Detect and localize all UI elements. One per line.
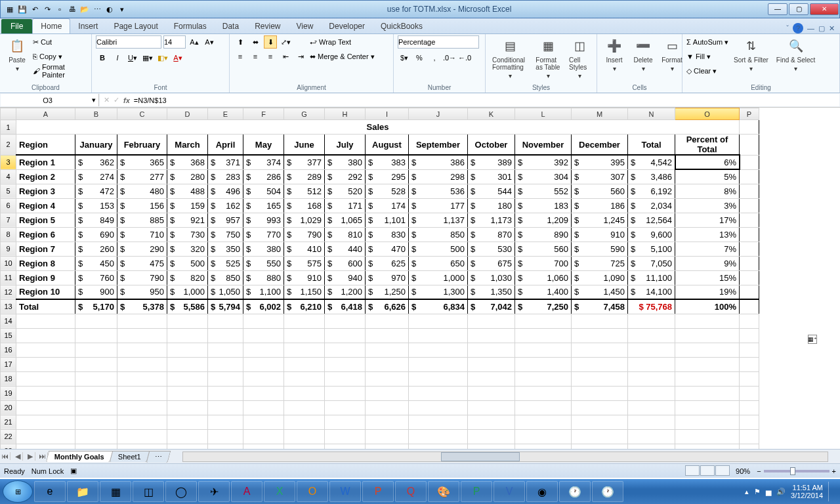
cell[interactable]: November [515, 135, 572, 156]
taskbar-app-icon[interactable]: ▦ [100, 481, 131, 502]
cell[interactable] [740, 213, 759, 227]
cell[interactable] [117, 444, 167, 449]
save-icon[interactable]: 💾 [17, 4, 28, 14]
cell[interactable]: $395 [572, 155, 628, 169]
taskbar-powerpoint-icon[interactable]: P [362, 481, 394, 502]
taskbar-app-icon[interactable]: 🕐 [559, 481, 591, 502]
zoom-slider[interactable]: − + [757, 467, 836, 475]
cell[interactable] [325, 328, 366, 343]
cell[interactable]: $6,002 [243, 299, 284, 314]
cell[interactable] [409, 415, 468, 429]
cell[interactable] [243, 314, 284, 328]
cell[interactable] [675, 343, 740, 357]
cell[interactable] [675, 386, 740, 400]
cell[interactable]: $6,834 [409, 299, 468, 314]
fx-icon[interactable]: fx [123, 96, 130, 104]
column-header[interactable]: A [16, 108, 75, 120]
cell[interactable]: $500 [167, 256, 208, 270]
page-break-view-icon[interactable] [715, 465, 730, 476]
cell[interactable] [468, 415, 515, 429]
paste-button[interactable]: 📋Paste▾ [4, 35, 30, 74]
cell[interactable]: Percent of Total [675, 135, 740, 156]
cell[interactable]: $957 [208, 213, 243, 227]
cell[interactable] [208, 357, 243, 371]
cell[interactable]: $9,600 [628, 227, 675, 242]
cell[interactable] [675, 371, 740, 386]
cell[interactable]: $368 [167, 155, 208, 169]
cell[interactable] [284, 400, 325, 415]
column-header[interactable]: L [515, 108, 572, 120]
cell[interactable] [675, 415, 740, 429]
maximize-button[interactable]: ▢ [789, 3, 808, 15]
cell[interactable]: $600 [325, 256, 366, 270]
cell[interactable] [740, 357, 759, 371]
cell[interactable]: $650 [409, 256, 468, 270]
cell[interactable]: $156 [117, 198, 167, 213]
cell[interactable] [16, 314, 75, 328]
row-header[interactable]: 5 [1, 184, 16, 198]
cell[interactable] [628, 415, 675, 429]
cell[interactable]: $472 [75, 184, 117, 198]
cell[interactable]: Region 9 [16, 270, 75, 285]
cell[interactable]: $1,150 [284, 285, 325, 299]
align-left-icon[interactable]: ≡ [234, 50, 247, 63]
row-header[interactable]: 21 [1, 415, 16, 429]
cell[interactable]: $921 [167, 213, 208, 227]
open-icon[interactable]: 📂 [79, 4, 90, 14]
conditional-formatting-button[interactable]: ▤Conditional Formatting▾ [490, 35, 530, 81]
cell[interactable] [468, 429, 515, 444]
cell[interactable]: $552 [515, 184, 572, 198]
cell[interactable] [208, 328, 243, 343]
row-header[interactable]: 19 [1, 386, 16, 400]
row-header[interactable]: 23 [1, 444, 16, 449]
cell[interactable] [740, 343, 759, 357]
cell[interactable] [16, 371, 75, 386]
cell[interactable] [740, 198, 759, 213]
cell[interactable]: October [468, 135, 515, 156]
cell[interactable] [628, 328, 675, 343]
increase-font-icon[interactable]: A▴ [188, 35, 201, 49]
cell[interactable] [740, 120, 759, 135]
undo-icon[interactable]: ↶ [30, 4, 40, 14]
column-header[interactable]: N [628, 108, 675, 120]
cell[interactable]: $512 [284, 184, 325, 198]
cell[interactable]: $1,137 [409, 213, 468, 227]
underline-icon[interactable]: U▾ [126, 51, 139, 64]
cell[interactable] [243, 371, 284, 386]
cell[interactable] [740, 328, 759, 343]
column-header[interactable]: G [284, 108, 325, 120]
cell[interactable] [366, 343, 409, 357]
cell[interactable]: July [325, 135, 366, 156]
cell[interactable] [284, 357, 325, 371]
cell[interactable]: 13% [675, 227, 740, 242]
cell[interactable]: $528 [366, 184, 409, 198]
cell[interactable]: June [284, 135, 325, 156]
ribbon-tab-page-layout[interactable]: Page Layout [106, 19, 165, 33]
cell[interactable]: December [572, 135, 628, 156]
cell[interactable]: Region 6 [16, 227, 75, 242]
cell[interactable] [243, 386, 284, 400]
cell[interactable] [572, 328, 628, 343]
cell[interactable]: $6,418 [325, 299, 366, 314]
cell[interactable]: $365 [117, 155, 167, 169]
qat-more-icon[interactable]: ▾ [117, 4, 127, 14]
cell[interactable]: Region 10 [16, 285, 75, 299]
decrease-font-icon[interactable]: A▾ [203, 35, 216, 49]
cell[interactable]: $480 [117, 184, 167, 198]
cell[interactable]: $910 [284, 270, 325, 285]
cell[interactable] [16, 400, 75, 415]
ribbon-tab-view[interactable]: View [289, 19, 322, 33]
cell[interactable] [117, 357, 167, 371]
row-header[interactable]: 15 [1, 328, 16, 343]
window-close-icon[interactable]: ✕ [829, 24, 835, 33]
row-header[interactable]: 10 [1, 256, 16, 270]
cell[interactable] [468, 386, 515, 400]
help-icon[interactable]: ? [793, 23, 803, 33]
cell[interactable] [740, 429, 759, 444]
cell[interactable] [515, 444, 572, 449]
cell[interactable]: $186 [572, 198, 628, 213]
cell[interactable]: $162 [208, 198, 243, 213]
cell[interactable] [572, 400, 628, 415]
cell[interactable]: $1,100 [243, 285, 284, 299]
cell[interactable] [740, 256, 759, 270]
